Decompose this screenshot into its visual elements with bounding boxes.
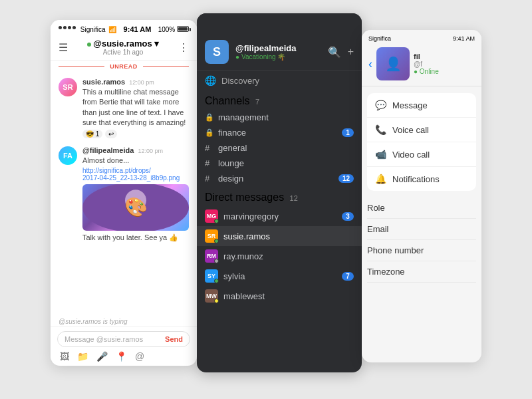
battery-indicator: 100% [158, 26, 189, 33]
reaction-item[interactable]: 😎 1 [82, 130, 102, 138]
online-dot-sylvia [214, 279, 219, 283]
input-area: Message @susie.ramos Send 🖼 📁 🎤 📍 @ [51, 327, 197, 366]
notifications-icon: 🔔 [375, 174, 386, 184]
add-icon[interactable]: + [348, 46, 354, 59]
messages-list: SR susie.ramos 12:00 pm This a multiline… [51, 72, 197, 317]
dm-item-mable[interactable]: MW mablewest [197, 286, 362, 306]
message-reactions: 😎 1 ↩ [82, 130, 189, 138]
dm-name: marvingregory [223, 211, 336, 221]
workspace-status: ● Vacationing 🌴 [235, 53, 321, 61]
message-text-2: Almost done... [82, 156, 189, 166]
message-header-2: @filipealmeida 12:00 pm [82, 146, 189, 154]
sender-name: susie.ramos [82, 78, 125, 86]
file-icon[interactable]: 📁 [77, 351, 88, 362]
sidebar-item-design[interactable]: # design 12 [197, 171, 362, 186]
phone-field: Phone number [367, 240, 476, 261]
image-content: 🎨 [82, 184, 189, 231]
lock-icon: 🔒 [205, 113, 214, 122]
typing-indicator: @susie.ramos is typing [51, 317, 197, 327]
video-call-action[interactable]: 📹 Video call [367, 142, 476, 167]
signal-dot-3 [68, 26, 71, 29]
dm-item-sylvia[interactable]: SY sylvia 7 [197, 266, 362, 286]
sender-name-2: @filipealmeida [82, 146, 134, 154]
online-dot [87, 43, 91, 47]
message-row-2: FA @filipealmeida 12:00 pm Almost done..… [51, 144, 197, 245]
notifications-action[interactable]: 🔔 Notifications [367, 167, 476, 191]
message-time-2: 12:00 pm [138, 148, 163, 154]
divider-right [143, 66, 189, 67]
message-content-2: @filipealmeida 12:00 pm Almost done... h… [82, 146, 189, 242]
dm-item-susie[interactable]: SR susie.ramos [197, 226, 362, 246]
sidebar-item-discovery[interactable]: 🌐 Discovery [197, 71, 362, 90]
mic-icon[interactable]: 🎤 [96, 351, 108, 362]
dm-name-mable: mablewest [223, 291, 354, 301]
message-label: Message [392, 100, 428, 110]
signal-dot-4 [72, 26, 76, 29]
message-header: susie.ramos 12:00 pm [82, 78, 189, 86]
away-dot-ray [214, 259, 219, 263]
voice-call-action[interactable]: 📞 Voice call [367, 118, 476, 142]
lock-icon-2: 🔒 [205, 128, 214, 137]
battery-icon [177, 26, 189, 32]
sidebar-body: 🌐 Discovery Channels 7 🔒 management 🔒 fi… [197, 71, 362, 372]
hash-icon-2: # [205, 158, 214, 168]
video-call-label: Video call [392, 150, 430, 160]
phone-label: Phone number [367, 245, 476, 255]
sidebar-item-general[interactable]: # general [197, 140, 362, 156]
input-toolbar: 🖼 📁 🎤 📍 @ [57, 351, 190, 362]
message-input-box[interactable]: Message @susie.ramos Send [57, 331, 190, 347]
profile-actions: 💬 Message 📞 Voice call 📹 Video call 🔔 No… [367, 93, 476, 191]
dm-name-sylvia: sylvia [223, 271, 336, 281]
image-icon[interactable]: 🖼 [60, 351, 69, 362]
workspace-logo: S [205, 40, 229, 64]
online-dot [214, 219, 219, 223]
screen-sidebar: S @filipealmeida ● Vacationing 🌴 🔍 + 🌐 D… [197, 13, 362, 372]
message-content: susie.ramos 12:00 pm This a multiline ch… [82, 78, 189, 138]
chat-header-center: @susie.ramos ▾ Active 1h ago [68, 39, 178, 56]
signal-dots: Significa 📶 [59, 26, 116, 33]
sidebar-item-management[interactable]: 🔒 management [197, 110, 362, 125]
mention-icon[interactable]: @ [135, 351, 144, 362]
voice-call-label: Voice call [392, 125, 429, 135]
back-button[interactable]: ‹ [368, 57, 372, 71]
profile-status: ● Online [414, 68, 475, 75]
statusbar-1: Significa 📶 9:41 AM 100% [51, 20, 197, 36]
signal-dot-2 [63, 26, 66, 29]
message-icon: 💬 [375, 100, 386, 110]
away-dot-mable [214, 299, 219, 303]
email-label: Email [367, 224, 476, 234]
profile-name: fil [414, 53, 475, 61]
timezone-field: Timezone [367, 261, 476, 283]
sidebar-item-finance[interactable]: 🔒 finance 1 [197, 125, 362, 140]
role-field: Role [367, 198, 476, 219]
carrier-name: Significa [80, 26, 106, 33]
globe-icon: 🌐 [205, 75, 216, 86]
dm-section-header: Direct messages 12 [197, 186, 362, 206]
workspace-name: @filipealmeida [235, 43, 321, 53]
search-icon[interactable]: 🔍 [328, 46, 341, 59]
dm-avatar-mable: MW [205, 289, 218, 303]
notifications-label: Notifications [392, 174, 440, 184]
location-icon[interactable]: 📍 [116, 351, 127, 362]
unread-divider: UNREAD [51, 61, 197, 72]
more-options-icon[interactable]: ⋮ [178, 41, 189, 54]
online-dot-susie [214, 239, 219, 243]
hash-icon-3: # [205, 174, 214, 184]
message-input-placeholder[interactable]: Message @susie.ramos [65, 335, 165, 343]
sidebar-item-lounge[interactable]: # lounge [197, 156, 362, 171]
workspace-header: S @filipealmeida ● Vacationing 🌴 🔍 + [197, 13, 362, 71]
dm-item-ray[interactable]: RM ray.munoz [197, 246, 362, 266]
profile-header: ‹ 👤 fil @f ● Online [362, 45, 481, 86]
message-text-3: Talk with you later. See ya 👍 [82, 233, 189, 242]
message-link[interactable]: http://significa.pt/drops/2017-04-25_22-… [82, 167, 189, 182]
dm-item-marvin[interactable]: MG marvingregory 3 [197, 206, 362, 226]
send-button[interactable]: Send [165, 335, 183, 343]
reaction-reply[interactable]: ↩ [105, 130, 117, 138]
screen-profile: Significa 9:41 AM ‹ 👤 fil @f ● Online 💬 … [362, 30, 481, 362]
time-3: 9:41 AM [453, 35, 475, 42]
menu-icon[interactable]: ☰ [59, 41, 68, 54]
finance-badge: 1 [342, 128, 354, 137]
profile-info: fil @f ● Online [414, 53, 475, 75]
signal-dot-1 [59, 26, 62, 29]
message-action[interactable]: 💬 Message [367, 93, 476, 118]
